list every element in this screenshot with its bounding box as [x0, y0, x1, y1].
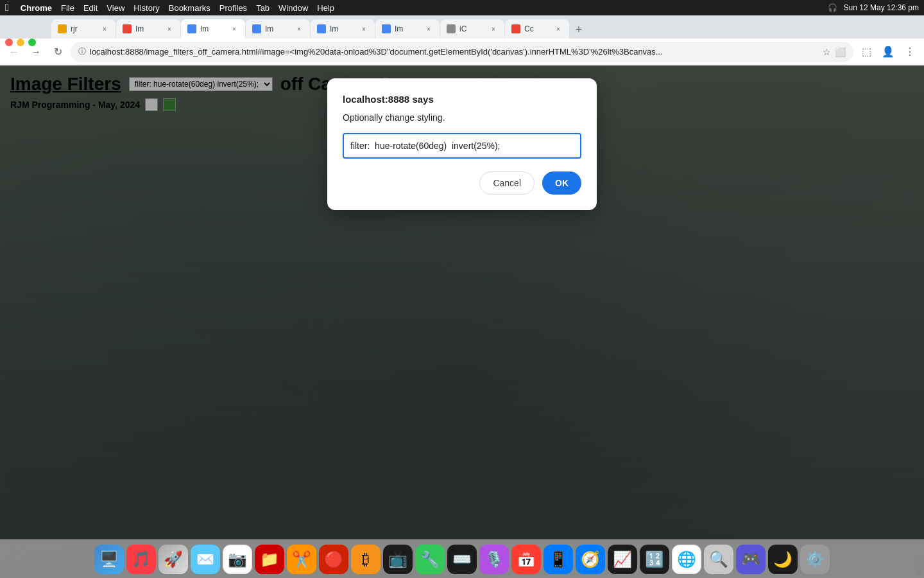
- safari-icon[interactable]: 🧭: [576, 545, 605, 574]
- bitcoin-icon[interactable]: ₿: [351, 545, 381, 574]
- tab-favicon: [58, 24, 67, 33]
- system-prefs-icon[interactable]: ⚙️: [800, 545, 830, 574]
- dialog-buttons: Cancel OK: [343, 171, 581, 195]
- profile-button[interactable]: 👤: [879, 43, 897, 61]
- menubar-edit[interactable]: Edit: [83, 3, 98, 13]
- menubar-history[interactable]: History: [133, 3, 159, 13]
- tab-favicon: [447, 24, 456, 33]
- more-menu-button[interactable]: ⋮: [901, 43, 919, 61]
- scissors-icon[interactable]: ✂️: [287, 545, 316, 574]
- stocks-icon[interactable]: 📈: [608, 545, 637, 574]
- tab-im6[interactable]: Im ×: [375, 19, 440, 39]
- menubar:  Chrome File Edit View History Bookmark…: [0, 0, 924, 15]
- tab-close-button[interactable]: ×: [424, 24, 433, 33]
- app-dark-icon[interactable]: 🌙: [768, 545, 798, 574]
- tab-favicon: [511, 24, 520, 33]
- tab-label: Im: [265, 24, 291, 33]
- calculator-icon[interactable]: 🔢: [640, 545, 669, 574]
- fullscreen-window-button[interactable]: [28, 39, 36, 46]
- app-purple-icon[interactable]: 🎮: [736, 545, 766, 574]
- tab-im4[interactable]: Im ×: [246, 19, 310, 39]
- reload-button[interactable]: ↻: [49, 43, 67, 61]
- new-tab-button[interactable]: +: [570, 21, 588, 39]
- tab-close-button[interactable]: ×: [165, 24, 174, 33]
- calendar-icon[interactable]: 📅: [511, 545, 541, 574]
- menubar-window[interactable]: Window: [278, 3, 308, 13]
- tab-close-button[interactable]: ×: [554, 24, 563, 33]
- tab-close-button[interactable]: ×: [295, 24, 304, 33]
- dialog-ok-button[interactable]: OK: [542, 171, 581, 195]
- filezilla-icon[interactable]: 📁: [255, 545, 284, 574]
- photos-icon[interactable]: 📷: [223, 545, 252, 574]
- music-icon[interactable]: 🎵: [126, 545, 156, 574]
- tab-close-button-active[interactable]: ×: [230, 24, 239, 33]
- dialog: localhost:8888 says Optionally change st…: [327, 78, 597, 210]
- dialog-message: Optionally change styling.: [343, 112, 581, 123]
- menubar-right: 🎧 Sun 12 May 12:36 pm: [828, 3, 919, 12]
- tab-image-filters[interactable]: Im ×: [181, 19, 245, 39]
- menubar-file[interactable]: File: [61, 3, 74, 13]
- spotlight-icon[interactable]: 🔍: [704, 545, 733, 574]
- tab-favicon: [317, 24, 326, 33]
- launchpad-icon[interactable]: 🚀: [158, 545, 188, 574]
- tab-label: rjr: [71, 24, 96, 33]
- tab-favicon: [252, 24, 261, 33]
- menubar-help[interactable]: Help: [317, 3, 334, 13]
- menubar-chrome[interactable]: Chrome: [21, 3, 52, 13]
- terminal-icon[interactable]: ⌨️: [447, 545, 477, 574]
- browser-window: rjr × Im × Im × Im × Im: [0, 15, 924, 578]
- tab-label: Im: [330, 24, 355, 33]
- menubar-profiles[interactable]: Profiles: [219, 3, 247, 13]
- tab-bar: rjr × Im × Im × Im × Im: [0, 15, 924, 39]
- apple-menu[interactable]: : [5, 2, 9, 13]
- tab-label: Im: [135, 24, 161, 33]
- tab-favicon: [187, 24, 196, 33]
- dialog-overlay: localhost:8888 says Optionally change st…: [0, 66, 924, 578]
- tab-im2[interactable]: Im ×: [116, 19, 180, 39]
- dialog-title: localhost:8888 says: [343, 94, 581, 105]
- tab-favicon: [382, 24, 391, 33]
- tab-favicon: [123, 24, 132, 33]
- tab-im5[interactable]: Im ×: [311, 19, 375, 39]
- back-button[interactable]: ←: [5, 43, 23, 61]
- app-green-icon[interactable]: 🔧: [415, 545, 445, 574]
- app-blue-icon[interactable]: 📱: [543, 545, 573, 574]
- extensions-button[interactable]: ⬚: [857, 43, 875, 61]
- tab-close-button[interactable]: ×: [359, 24, 368, 33]
- address-secure-icon: ⓘ: [78, 46, 86, 57]
- address-extension-icon[interactable]: ⬜: [835, 47, 846, 57]
- tab-rjr[interactable]: rjr ×: [51, 19, 116, 39]
- tab-label: iC: [459, 24, 485, 33]
- tab-label-active: Im: [200, 24, 226, 33]
- app-red-icon[interactable]: 🔴: [319, 545, 348, 574]
- toolbar: ← → ↻ ⓘ localhost:8888/image_filters_off…: [0, 39, 924, 66]
- tab-cc[interactable]: Cc ×: [505, 19, 569, 39]
- menubar-time: Sun 12 May 12:36 pm: [844, 3, 919, 12]
- menubar-view[interactable]: View: [107, 3, 124, 13]
- mail-icon[interactable]: ✉️: [191, 545, 220, 574]
- tab-im7[interactable]: iC ×: [440, 19, 504, 39]
- dialog-cancel-button[interactable]: Cancel: [479, 171, 535, 195]
- chrome-dock-icon[interactable]: 🌐: [672, 545, 701, 574]
- tab-label: Cc: [524, 24, 550, 33]
- tab-close-button[interactable]: ×: [100, 24, 109, 33]
- page-content: Image Filters filter: hue-rotate(60deg) …: [0, 66, 924, 578]
- address-bar-url: localhost:8888/image_filters_off_camera.…: [90, 47, 819, 57]
- tab-close-button[interactable]: ×: [489, 24, 498, 33]
- menubar-bt-icon: 🎧: [828, 3, 837, 12]
- appletv-icon[interactable]: 📺: [383, 545, 413, 574]
- finder-icon[interactable]: 🖥️: [94, 545, 124, 574]
- address-bookmark-icon[interactable]: ☆: [823, 47, 831, 57]
- tab-label: Im: [395, 24, 420, 33]
- address-bar[interactable]: ⓘ localhost:8888/image_filters_off_camer…: [71, 42, 853, 62]
- menubar-tab[interactable]: Tab: [256, 3, 270, 13]
- dialog-input[interactable]: [343, 133, 581, 159]
- dock: 🖥️ 🎵 🚀 ✉️ 📷 📁 ✂️ 🔴 ₿ 📺 🔧 ⌨️ 🎙️ 📅 📱 🧭 📈 🔢…: [0, 539, 924, 578]
- podcast-icon[interactable]: 🎙️: [479, 545, 509, 574]
- menubar-bookmarks[interactable]: Bookmarks: [169, 3, 210, 13]
